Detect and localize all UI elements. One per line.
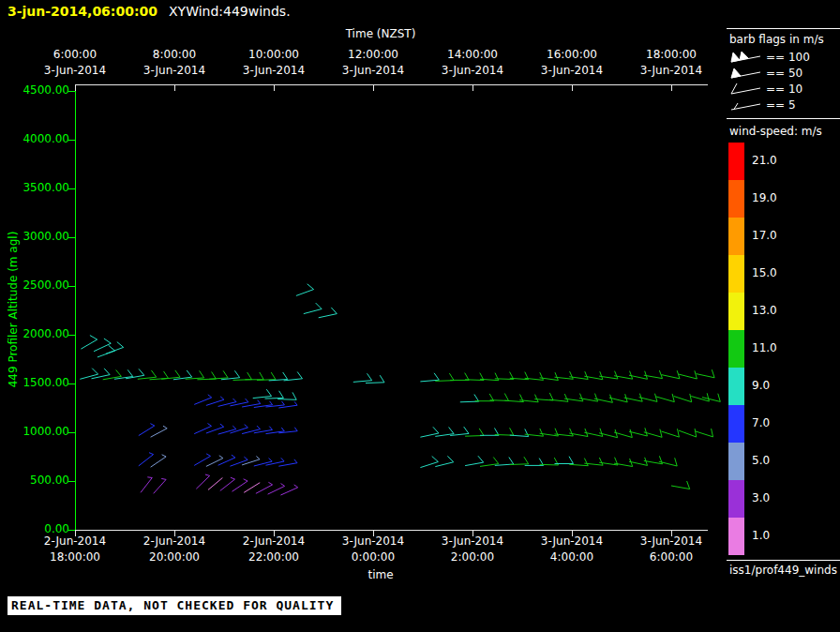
wind-barb bbox=[465, 456, 484, 465]
wind-barb bbox=[296, 284, 314, 296]
wind-barb bbox=[194, 454, 210, 466]
quality-warning-banner: REAL-TIME DATA, NOT CHECKED FOR QUALITY bbox=[8, 596, 341, 615]
barb-flag-legend-label: == 50 bbox=[766, 67, 802, 80]
wind-barb bbox=[242, 400, 261, 407]
colorbar-swatch bbox=[728, 330, 744, 368]
barb-flag-legend-item: == 50 bbox=[729, 65, 802, 81]
colorbar-swatch bbox=[728, 368, 744, 405]
colorbar-swatch bbox=[728, 143, 744, 180]
barb-flag-legend-label: == 10 bbox=[766, 83, 802, 96]
wind-barb bbox=[139, 453, 154, 466]
colorbar-value-label: 7.0 bbox=[752, 416, 770, 429]
barb-flag-icon bbox=[729, 82, 763, 97]
wind-barb bbox=[420, 373, 439, 382]
wind-barb bbox=[154, 478, 166, 493]
wind-barb bbox=[265, 391, 284, 399]
colorbar-value-label: 13.0 bbox=[752, 304, 777, 317]
wind-barb bbox=[691, 393, 709, 401]
wind-barb bbox=[244, 483, 260, 493]
colorbar-swatch bbox=[728, 255, 744, 293]
colorbar-title: wind-speed: m/s bbox=[729, 125, 822, 138]
wind-barb bbox=[659, 458, 677, 466]
wind-barb bbox=[278, 459, 297, 466]
quality-warning-text: REAL-TIME DATA, NOT CHECKED FOR QUALITY bbox=[11, 598, 334, 612]
barb-flag-legend-item: == 5 bbox=[729, 97, 796, 113]
wind-barb bbox=[278, 401, 297, 408]
colorbar-value-label: 17.0 bbox=[752, 229, 777, 242]
wind-barb bbox=[304, 303, 322, 314]
wind-barb bbox=[366, 375, 384, 383]
colorbar-swatch bbox=[728, 480, 744, 518]
wind-barb bbox=[519, 395, 538, 402]
wind-barb bbox=[353, 373, 372, 382]
barb-flag-legend-item: == 10 bbox=[729, 81, 802, 97]
colorbar-swatch bbox=[728, 405, 744, 443]
wind-barb bbox=[138, 370, 157, 379]
colorbar-value-label: 5.0 bbox=[752, 454, 770, 467]
wind-barb bbox=[206, 397, 224, 405]
legend-separator-mid bbox=[727, 118, 840, 119]
wind-barb bbox=[268, 484, 285, 494]
wind-barb bbox=[420, 427, 439, 437]
barb-flag-icon bbox=[729, 66, 763, 81]
wind-barb bbox=[266, 458, 285, 465]
wind-barb bbox=[232, 479, 248, 491]
wind-barb bbox=[253, 389, 272, 398]
wind-barb bbox=[98, 345, 115, 357]
wind-barb bbox=[220, 477, 235, 490]
wind-barb bbox=[266, 401, 285, 407]
wind-barb bbox=[671, 481, 690, 489]
wind-barb bbox=[656, 394, 674, 402]
colorbar-swatch bbox=[728, 180, 744, 218]
wind-barb bbox=[81, 336, 97, 350]
wind-barbs-layer bbox=[80, 284, 720, 495]
wind-barb bbox=[674, 394, 692, 402]
barb-flag-legend-label: == 100 bbox=[766, 51, 810, 64]
wind-profiler-display: 3-jun-2014,06:00:00 XYWind:449winds. Tim… bbox=[0, 0, 840, 632]
wind-barb bbox=[661, 429, 679, 437]
wind-barb-plot bbox=[0, 0, 840, 632]
colorbar-value-label: 21.0 bbox=[752, 154, 777, 167]
barb-flag-legend-item: == 100 bbox=[729, 49, 810, 65]
wind-barb bbox=[661, 370, 680, 379]
wind-barb bbox=[151, 455, 167, 467]
wind-barb bbox=[194, 395, 212, 405]
colorbar-swatch bbox=[728, 518, 744, 555]
wind-barb bbox=[695, 429, 712, 437]
wind-barb bbox=[218, 426, 236, 434]
wind-barb bbox=[230, 425, 248, 433]
wind-barb bbox=[480, 373, 499, 381]
wind-barb bbox=[233, 372, 252, 380]
colorbar-swatch bbox=[728, 443, 744, 480]
wind-barb bbox=[534, 393, 553, 400]
colorbar-swatch bbox=[728, 293, 744, 330]
barb-flag-legend-label: == 5 bbox=[766, 98, 796, 112]
wind-barb bbox=[679, 370, 697, 379]
wind-speed-colorbar: 21.019.017.015.013.011.09.07.05.03.01.0 bbox=[728, 143, 840, 555]
legend-separator-bottom bbox=[727, 560, 840, 561]
wind-barb bbox=[151, 426, 168, 437]
colorbar-value-label: 1.0 bbox=[752, 529, 770, 542]
colorbar-swatch bbox=[728, 218, 744, 255]
wind-barb bbox=[679, 429, 697, 437]
wind-barb bbox=[196, 474, 209, 489]
wind-barb bbox=[139, 424, 155, 436]
barb-flags-title: barb flags in m/s bbox=[729, 33, 824, 46]
colorbar-value-label: 15.0 bbox=[752, 266, 777, 279]
wind-barb bbox=[141, 477, 152, 493]
colorbar-value-label: 19.0 bbox=[752, 191, 777, 204]
wind-barb bbox=[208, 478, 222, 490]
barb-flag-icon bbox=[729, 50, 763, 65]
colorbar-value-label: 3.0 bbox=[752, 491, 770, 504]
barb-flag-icon bbox=[729, 98, 763, 113]
wind-barb bbox=[420, 457, 438, 468]
data-source-label: iss1/prof449_winds bbox=[729, 564, 840, 577]
colorbar-value-label: 11.0 bbox=[752, 341, 777, 354]
wind-barb bbox=[697, 369, 715, 378]
wind-barb bbox=[106, 342, 124, 354]
barb-flags-legend: == 100== 50== 10== 5 bbox=[729, 49, 840, 116]
colorbar-value-label: 9.0 bbox=[752, 379, 770, 392]
legend-separator-top bbox=[727, 28, 840, 29]
wind-barb bbox=[206, 424, 224, 433]
